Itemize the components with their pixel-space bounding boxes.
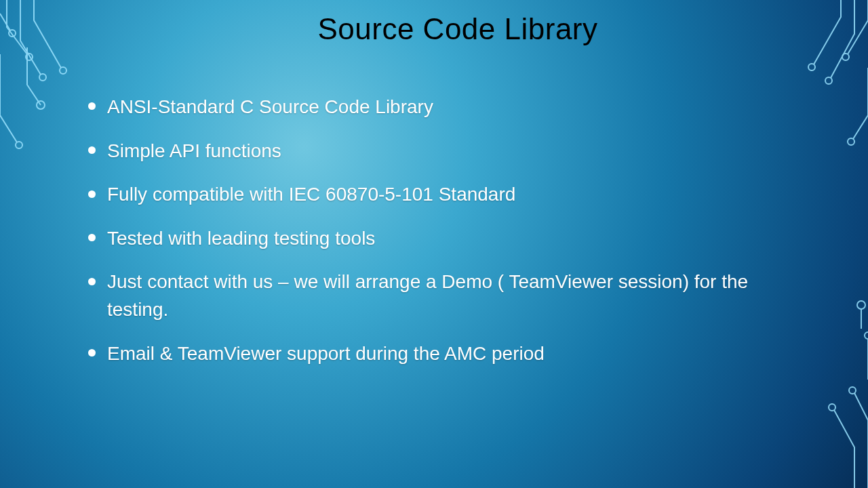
list-item: ANSI-Standard C Source Code Library (88, 94, 766, 121)
bullet-list: ANSI-Standard C Source Code Library Simp… (88, 94, 766, 367)
list-item: Simple API functions (88, 138, 766, 165)
list-item: Tested with leading testing tools (88, 225, 766, 253)
list-item: Just contact with us – we will arrange a… (88, 268, 766, 323)
list-item: Email & TeamViewer support during the AM… (88, 340, 766, 368)
slide-title: Source Code Library (88, 12, 827, 46)
list-item: Fully compatible with IEC 60870-5-101 St… (88, 181, 766, 209)
slide: Source Code Library ANSI-Standard C Sour… (0, 0, 868, 488)
